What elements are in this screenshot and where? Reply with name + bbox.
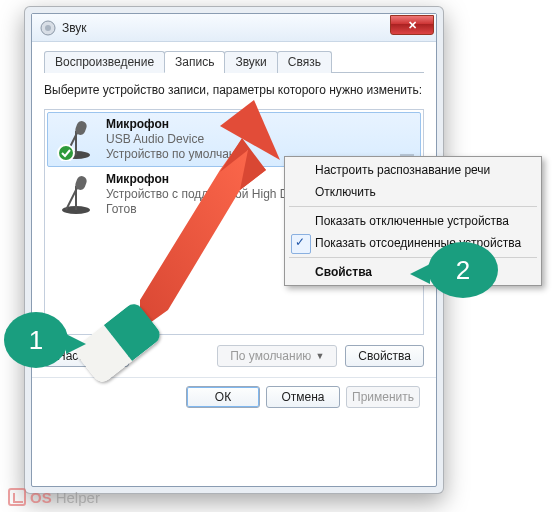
button-label: ОК xyxy=(215,390,231,404)
mic-icon xyxy=(54,117,98,161)
close-icon: ✕ xyxy=(408,19,417,32)
properties-button[interactable]: Свойства xyxy=(345,345,424,367)
device-text: Микрофон USB Audio Device Устройство по … xyxy=(106,117,392,162)
chevron-down-icon: ▼ xyxy=(315,351,324,361)
cancel-button[interactable]: Отмена xyxy=(266,386,340,408)
button-label: По умолчанию xyxy=(230,349,311,363)
menu-label: Свойства xyxy=(315,265,372,279)
menu-label: Показать отсоединенные устройства xyxy=(315,236,521,250)
menu-item-configure-speech[interactable]: Настроить распознавание речи xyxy=(287,159,539,181)
mic-icon xyxy=(54,172,98,216)
grip-icon xyxy=(400,117,414,162)
button-label: Отмена xyxy=(281,390,324,404)
svg-point-1 xyxy=(45,25,51,31)
watermark-icon xyxy=(8,488,26,506)
tab-recording[interactable]: Запись xyxy=(164,51,225,73)
tabstrip: Воспроизведение Запись Звуки Связь xyxy=(44,50,424,73)
ok-button[interactable]: ОК xyxy=(186,386,260,408)
tab-label: Воспроизведение xyxy=(55,55,154,69)
menu-separator xyxy=(289,206,537,207)
titlebar[interactable]: Звук ✕ xyxy=(32,14,436,42)
speaker-icon xyxy=(40,20,56,36)
tab-label: Запись xyxy=(175,55,214,69)
window-title: Звук xyxy=(62,21,87,35)
tab-communications[interactable]: Связь xyxy=(277,51,332,73)
menu-separator xyxy=(289,257,537,258)
menu-item-show-disconnected[interactable]: Показать отсоединенные устройства xyxy=(287,232,539,254)
menu-label: Показать отключенные устройства xyxy=(315,214,509,228)
green-check-icon xyxy=(58,145,74,161)
dialog-button-row: ОК Отмена Применить xyxy=(44,378,424,412)
tab-label: Звуки xyxy=(235,55,266,69)
button-label: Применить xyxy=(352,390,414,404)
tab-label: Связь xyxy=(288,55,321,69)
device-driver: USB Audio Device xyxy=(106,132,392,147)
apply-button[interactable]: Применить xyxy=(346,386,420,408)
menu-item-disable[interactable]: Отключить xyxy=(287,181,539,203)
menu-label: Настроить распознавание речи xyxy=(315,163,490,177)
menu-item-show-disabled[interactable]: Показать отключенные устройства xyxy=(287,210,539,232)
tab-sounds[interactable]: Звуки xyxy=(224,51,277,73)
bubble-label: 2 xyxy=(456,255,470,286)
instruction-text: Выберите устройство записи, параметры ко… xyxy=(44,83,424,99)
watermark-text-1: OS xyxy=(30,489,52,506)
annotation-bubble-2: 2 xyxy=(428,242,498,298)
watermark-text-2: Helper xyxy=(56,489,100,506)
set-default-dropdown[interactable]: По умолчанию ▼ xyxy=(217,345,337,367)
watermark: OSHelper xyxy=(8,488,100,506)
tab-playback[interactable]: Воспроизведение xyxy=(44,51,165,73)
close-button[interactable]: ✕ xyxy=(390,15,434,35)
menu-label: Отключить xyxy=(315,185,376,199)
bubble-label: 1 xyxy=(29,325,43,356)
annotation-bubble-1: 1 xyxy=(4,312,68,368)
device-name: Микрофон xyxy=(106,117,392,132)
button-label: Свойства xyxy=(358,349,411,363)
